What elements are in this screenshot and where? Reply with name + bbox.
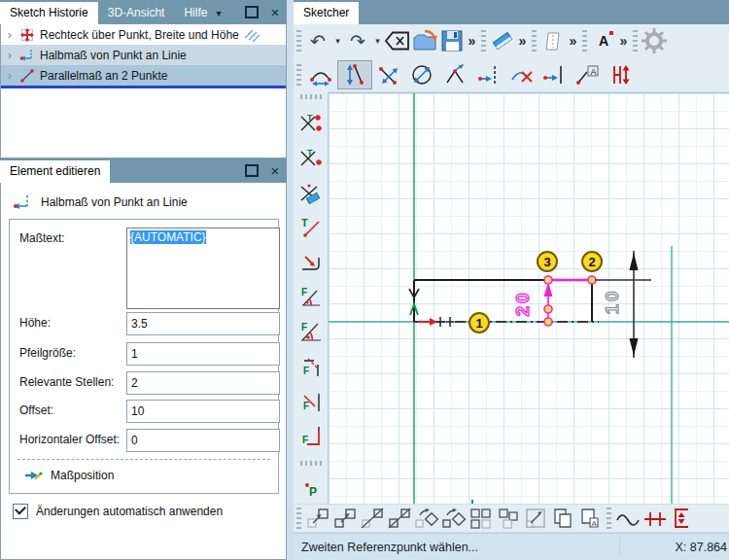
panel-tool-button[interactable] (539, 27, 567, 54)
toolbar-drag-handle[interactable] (296, 508, 301, 529)
maximize-icon (245, 164, 259, 177)
toolbar-drag-handle[interactable] (633, 30, 638, 52)
overflow-button[interactable]: » (466, 27, 478, 54)
parallel-dimension-button[interactable] (372, 61, 405, 88)
tab-sketcher[interactable]: Sketcher (294, 2, 359, 24)
spline-button[interactable] (614, 505, 642, 532)
offset-input[interactable] (126, 400, 280, 423)
undo-dropdown-button[interactable]: ▾ (331, 27, 344, 54)
point-tool-button[interactable]: P (297, 476, 325, 504)
point-to-line-dimension-button[interactable] (471, 61, 504, 88)
tree-item-halbmass[interactable]: › Halbmaß von Punkt an Linie (1, 45, 286, 65)
tab-element-editieren[interactable]: Element editieren (0, 160, 110, 183)
intersection-point-2-button[interactable]: T (297, 145, 325, 172)
scale-button[interactable] (522, 505, 549, 532)
diameter-dimension-button[interactable] (405, 61, 438, 88)
grip-corner (588, 276, 596, 284)
delete-backspace-button[interactable] (384, 27, 411, 54)
copy-with-text-button[interactable]: A (576, 505, 604, 532)
tree-item-parallelmass[interactable]: › Parallelmaß an 2 Punkte (1, 65, 286, 86)
trim-delete-icon (298, 181, 324, 206)
angle-constraint-button[interactable]: F (297, 284, 325, 311)
dimension-value-20[interactable]: 20 (511, 282, 535, 325)
sketch-canvas[interactable]: 20 10 1 2 3 (328, 92, 729, 505)
pattern-group-button[interactable] (495, 505, 522, 532)
dimension-text-button[interactable]: A (571, 61, 604, 88)
expander-icon[interactable]: › (5, 68, 15, 83)
tab-hilfe[interactable]: Hilfe ▾ (174, 2, 230, 24)
tangent-line-button[interactable]: T (297, 214, 325, 241)
tree-item-rechteck[interactable]: › Rechteck über Punkt, Breite und Höhe (1, 24, 286, 45)
erase-tool-button[interactable] (489, 27, 516, 54)
trim-delete-button[interactable] (297, 180, 325, 207)
editor-panel: Element editieren × Halbmaß von Punkt an… (0, 158, 287, 560)
rotate-button[interactable] (413, 505, 440, 532)
svg-text:A: A (592, 519, 598, 528)
toolbar-drag-handle[interactable] (532, 30, 537, 52)
status-divider (619, 538, 620, 557)
horizontaler-offset-input[interactable] (126, 429, 280, 452)
right-angle-constraint-button[interactable]: F (297, 423, 325, 450)
save-button[interactable] (438, 27, 466, 54)
undo-button[interactable]: ↶ (304, 27, 331, 54)
expander-icon[interactable]: › (5, 27, 15, 42)
centerline-symbol-button[interactable] (642, 505, 669, 532)
delete-arc-dimension-button[interactable] (504, 61, 538, 88)
distance-constraint-button[interactable]: F (297, 389, 325, 416)
intersection-point-button[interactable]: T (297, 110, 325, 137)
mirror-copy-icon (387, 507, 412, 530)
overflow-button[interactable]: » (516, 27, 529, 54)
toolbar-drag-handle[interactable] (300, 94, 322, 99)
maximize-button[interactable] (240, 158, 263, 183)
relevante-stellen-input[interactable] (126, 371, 280, 395)
settings-button[interactable] (641, 27, 668, 54)
overflow-button[interactable]: » (617, 27, 630, 54)
height-dimension-button[interactable] (604, 61, 637, 88)
dimension-value-10[interactable]: 10 (601, 280, 624, 323)
toolbar-drag-handle[interactable] (481, 30, 486, 52)
rotate-copy-button[interactable] (440, 505, 468, 532)
maximize-button[interactable] (240, 0, 263, 24)
copy-contour-button[interactable] (549, 505, 576, 532)
pattern-grid-button[interactable] (468, 505, 495, 532)
pfeilgroesse-input[interactable] (126, 342, 280, 366)
angle-constraint-2-button[interactable]: F (297, 319, 325, 346)
balloon-1: 1 (469, 312, 490, 333)
tab-sketch-historie[interactable]: Sketch Historie (0, 2, 98, 24)
angle-dimension-button[interactable] (438, 61, 471, 88)
frame-symbol-button[interactable] (669, 505, 690, 532)
arc-dimension-button[interactable] (304, 61, 337, 88)
masstext-input[interactable]: {AUTOMATIC} (126, 228, 280, 309)
close-button[interactable]: × (263, 0, 287, 24)
toolbar-drag-handle[interactable] (296, 30, 301, 52)
move-button[interactable] (304, 505, 331, 532)
magenta-half-dimension[interactable] (544, 282, 553, 322)
tab-3d-ansicht[interactable]: 3D-Ansicht (98, 2, 175, 24)
panel-icon (541, 29, 565, 52)
massposition-button[interactable]: Maßposition (23, 467, 114, 484)
auto-apply-checkbox[interactable] (13, 504, 28, 519)
toolbar-drag-handle[interactable] (582, 30, 587, 52)
redo-button[interactable]: ↷ (344, 27, 371, 54)
toolbar-drag-handle[interactable] (607, 508, 611, 529)
dimension-grips[interactable] (544, 276, 596, 326)
balloon-3: 3 (537, 251, 558, 272)
chevron-down-icon[interactable]: ▾ (216, 8, 221, 18)
redo-dropdown-button[interactable]: ▾ (371, 27, 384, 54)
overflow-button[interactable]: » (567, 27, 579, 54)
text-tool-button[interactable]: A (590, 27, 617, 54)
mirror-button[interactable] (359, 505, 386, 532)
hoehe-input[interactable] (126, 312, 280, 335)
perpendicular-constraint-button[interactable]: F (297, 354, 325, 381)
corner-fillet-button[interactable] (297, 249, 325, 276)
mirror-copy-button[interactable] (386, 505, 413, 532)
copy-move-button[interactable] (331, 505, 359, 532)
sketch-rectangle[interactable] (414, 280, 593, 322)
close-button[interactable]: × (263, 158, 287, 183)
expander-icon[interactable]: › (5, 48, 15, 62)
toolbar-drag-handle[interactable] (296, 64, 301, 86)
line-to-line-dimension-button[interactable] (538, 61, 571, 88)
drop-indicator (1, 86, 286, 88)
open-file-button[interactable] (411, 27, 438, 54)
half-dimension-button[interactable] (337, 60, 372, 89)
